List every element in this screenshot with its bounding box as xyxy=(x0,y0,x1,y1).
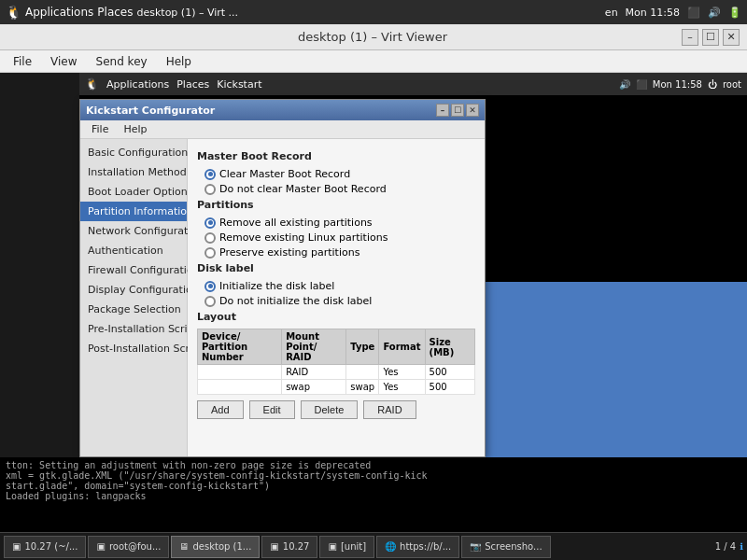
virt-content: 🐧 Applications Places Kickstart 🔊 ⬛ Mon … xyxy=(0,73,747,560)
inner-places[interactable]: Places xyxy=(176,78,209,91)
table-row[interactable]: swap swap Yes 500 xyxy=(198,380,475,395)
taskbar-icon-2: ▣ xyxy=(96,541,105,552)
applications-menu[interactable]: Applications xyxy=(25,6,93,19)
clock: Mon 11:58 xyxy=(626,7,680,19)
taskbar-item-6[interactable]: 🌐 https://b/... xyxy=(376,536,459,558)
raid-button[interactable]: RAID xyxy=(363,400,416,419)
disklabel-radio-group: Initialize the disk label Do not initial… xyxy=(204,280,475,307)
virt-menu-help[interactable]: Help xyxy=(157,53,201,70)
disk-label-2: Do not initialize the disk label xyxy=(219,295,372,307)
taskbar-label-6: https://b/... xyxy=(400,541,451,552)
inner-audio-icon: 🔊 xyxy=(619,79,630,90)
taskbar-item-4[interactable]: ▣ 10.27 xyxy=(261,536,317,558)
window-menu[interactable]: desktop (1) – Virt ... xyxy=(136,7,238,19)
taskbar-label-2: root@fou... xyxy=(109,541,162,552)
taskbar-item-7[interactable]: 📷 Screensho... xyxy=(461,536,550,558)
col-mount: Mount Point/RAID xyxy=(282,329,346,365)
col-format: Format xyxy=(379,329,425,365)
nav-installation-method[interactable]: Installation Method xyxy=(80,162,187,182)
maximize-button[interactable]: ☐ xyxy=(702,29,719,46)
col-size: Size (MB) xyxy=(425,329,474,365)
cell-format-1: Yes xyxy=(379,365,425,380)
part-option-2-row[interactable]: Remove existing Linux partitions xyxy=(204,231,475,244)
taskbar-item-5[interactable]: ▣ [unit] xyxy=(319,536,374,558)
part-option-3-row[interactable]: Preserve existing partitions xyxy=(204,246,475,259)
taskbar-icon-6: 🌐 xyxy=(385,541,396,552)
minimize-button[interactable]: – xyxy=(682,29,698,46)
mbr-option-2-row[interactable]: Do not clear Master Boot Record xyxy=(204,183,475,195)
nav-basic-configuration[interactable]: Basic Configuration xyxy=(80,143,187,162)
nav-boot-loader-options[interactable]: Boot Loader Options xyxy=(80,182,187,202)
taskbar-item-3[interactable]: 🖥 desktop (1... xyxy=(171,536,260,558)
ks-menu-file[interactable]: File xyxy=(84,122,116,136)
edit-button[interactable]: Edit xyxy=(249,400,295,419)
term-line-1: tton: Setting an adjustment with non-zer… xyxy=(6,460,741,470)
part-radio-3[interactable] xyxy=(204,247,216,259)
nav-network-configuration[interactable]: Network Configuration xyxy=(80,221,187,241)
mbr-radio-1[interactable] xyxy=(204,169,216,180)
ks-titlebar: Kickstart Configurator – ☐ ✕ xyxy=(80,100,485,120)
nav-firewall-configuration[interactable]: Firewall Configuration xyxy=(80,260,187,280)
delete-button[interactable]: Delete xyxy=(301,400,359,419)
part-radio-2[interactable] xyxy=(204,232,216,244)
ks-menu-help[interactable]: Help xyxy=(116,122,154,136)
inner-kickstart-menu[interactable]: Kickstart xyxy=(217,78,261,91)
close-button[interactable]: ✕ xyxy=(723,29,740,46)
audio-icon: 🔊 xyxy=(708,7,721,19)
disklabel-section-title: Disk label xyxy=(197,262,475,274)
table-row[interactable]: RAID Yes 500 xyxy=(198,365,475,380)
partition-table: Device/Partition Number Mount Point/RAID… xyxy=(197,329,475,395)
disk-radio-1[interactable] xyxy=(204,281,216,292)
disk-option-1-row[interactable]: Initialize the disk label xyxy=(204,280,475,292)
taskbar-item-2[interactable]: ▣ root@fou... xyxy=(88,536,169,558)
mbr-option-1-row[interactable]: Clear Master Boot Record xyxy=(204,168,475,180)
lang-indicator: en xyxy=(605,7,618,19)
inner-power-icon: ⏻ xyxy=(708,79,717,90)
inner-screen-icon: ⬛ xyxy=(636,79,647,90)
taskbar-icon-1: ▣ xyxy=(12,541,21,552)
nav-package-selection[interactable]: Package Selection xyxy=(80,300,187,319)
disk-radio-2[interactable] xyxy=(204,296,216,307)
virt-menu-sendkey[interactable]: Send key xyxy=(87,53,157,70)
part-option-1-row[interactable]: Remove all existing partitions xyxy=(204,217,475,229)
taskbar-item-1[interactable]: ▣ 10.27 (~/... xyxy=(4,536,86,558)
layout-section-title: Layout xyxy=(197,311,475,323)
kickstart-dialog: Kickstart Configurator – ☐ ✕ File Help B… xyxy=(79,99,486,457)
taskbar: ▣ 10.27 (~/... ▣ root@fou... 🖥 desktop (… xyxy=(0,532,747,560)
places-menu[interactable]: Places xyxy=(97,6,133,19)
cell-device-2 xyxy=(198,380,282,395)
disk-label-1: Initialize the disk label xyxy=(219,280,334,292)
virt-menu-file[interactable]: File xyxy=(4,53,41,70)
virt-menu-view[interactable]: View xyxy=(41,53,86,70)
ks-maximize-btn[interactable]: ☐ xyxy=(451,104,464,117)
mbr-radio-2[interactable] xyxy=(204,184,216,195)
ks-minimize-btn[interactable]: – xyxy=(436,104,449,117)
nav-display-configuration[interactable]: Display Configuration xyxy=(80,280,187,300)
ks-title-controls: – ☐ ✕ xyxy=(436,104,479,117)
cell-size-2: 500 xyxy=(425,380,474,395)
term-line-3: start.glade", domain="system-config-kick… xyxy=(6,481,741,491)
add-button[interactable]: Add xyxy=(197,400,244,419)
nav-post-install-script[interactable]: Post-Installation Script xyxy=(80,339,187,358)
inner-sysbar-right: 🔊 ⬛ Mon 11:58 ⏻ root xyxy=(619,79,741,90)
taskbar-label-7: Screensho... xyxy=(485,541,542,552)
disk-option-2-row[interactable]: Do not initialize the disk label xyxy=(204,295,475,307)
taskbar-right: 1 / 4 ℹ xyxy=(715,541,743,552)
mbr-radio-group: Clear Master Boot Record Do not clear Ma… xyxy=(204,168,475,195)
nav-partition-information[interactable]: Partition Information xyxy=(80,202,187,221)
screen-icon: ⬛ xyxy=(687,7,700,19)
ks-title: Kickstart Configurator xyxy=(86,105,215,117)
cell-size-1: 500 xyxy=(425,365,474,380)
nav-authentication[interactable]: Authentication xyxy=(80,241,187,260)
part-radio-1[interactable] xyxy=(204,217,216,229)
ks-main-content: Master Boot Record Clear Master Boot Rec… xyxy=(188,139,485,456)
term-line-2: xml = gtk.glade.XML ("/usr/share/system-… xyxy=(6,470,741,481)
nav-pre-install-script[interactable]: Pre-Installation Script xyxy=(80,319,187,339)
inner-applications[interactable]: Applications xyxy=(106,78,169,91)
virt-viewer-window: desktop (1) – Virt Viewer – ☐ ✕ File Vie… xyxy=(0,24,747,560)
system-bar-right: en Mon 11:58 ⬛ 🔊 🔋 xyxy=(605,7,741,19)
ks-close-btn[interactable]: ✕ xyxy=(466,104,479,117)
partitions-radio-group: Remove all existing partitions Remove ex… xyxy=(204,217,475,259)
battery-icon: 🔋 xyxy=(728,7,741,19)
mbr-label-2: Do not clear Master Boot Record xyxy=(219,183,387,195)
